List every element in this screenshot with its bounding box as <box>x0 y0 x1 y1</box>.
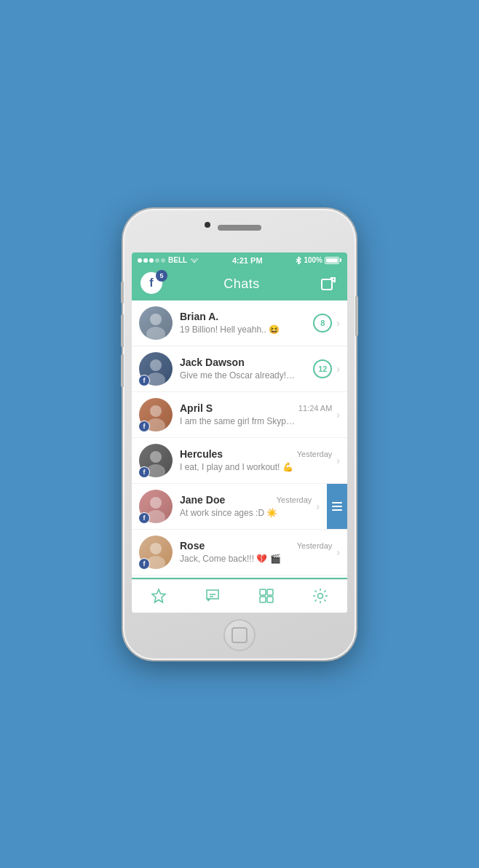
phone-device: BELL 4:21 PM 100% <box>123 209 356 660</box>
chat-name-rose: Rose <box>180 540 205 552</box>
chat-preview-rose: Jack, Come back!!! 💔 🎬 <box>180 554 296 564</box>
signal-dot-1 <box>138 258 142 263</box>
facebook-indicator-hercules: f <box>138 466 150 478</box>
chat-name-april: April S <box>180 402 213 414</box>
power-button <box>355 296 358 336</box>
chat-right-april: › <box>336 409 340 421</box>
svg-point-1 <box>150 314 162 325</box>
volume-down-button <box>121 354 124 387</box>
chevron-april: › <box>336 409 340 421</box>
svg-point-3 <box>150 359 162 371</box>
svg-point-7 <box>150 451 162 463</box>
star-icon <box>151 588 167 604</box>
compose-button[interactable] <box>318 274 339 295</box>
swipe-bar-1 <box>332 506 342 507</box>
battery-pct-label: 100% <box>304 256 322 264</box>
signal-dot-4 <box>155 258 159 263</box>
chevron-brian: › <box>336 317 340 329</box>
chat-preview-hercules: I eat, I play and I workout! 💪 <box>180 462 296 472</box>
chevron-hercules: › <box>336 455 340 466</box>
status-time: 4:21 PM <box>232 256 263 265</box>
chat-item-brian[interactable]: Brian A.19 Billion! Hell yeahh.. 😆8› <box>132 300 347 346</box>
chat-item-jane[interactable]: fJane DoeYesterdayAt work since ages :D … <box>132 484 347 530</box>
chat-item-mark[interactable]: Mark Z.TuesdayWhatsApp expired, bought t… <box>132 576 347 578</box>
chat-right-hercules: › <box>336 455 340 466</box>
home-button[interactable] <box>223 619 256 651</box>
chat-time-jane: Yesterday <box>277 495 312 504</box>
avatar-image-brian <box>139 306 173 340</box>
unread-badge-jack: 12 <box>313 359 332 378</box>
chat-right-jane: › <box>316 501 320 512</box>
chat-header-april: April S11:24 AM <box>180 402 332 414</box>
chevron-rose: › <box>336 546 340 558</box>
settings-icon <box>312 588 328 604</box>
chat-preview-jack: Give me the Oscar already! 😩 <box>180 370 296 381</box>
svg-point-11 <box>150 543 162 554</box>
chat-content-april: April S11:24 AMI am the same girl frm Sk… <box>180 402 332 426</box>
chat-item-jack[interactable]: fJack DawsonGive me the Oscar already! 😩… <box>132 346 347 392</box>
svg-point-5 <box>150 405 162 417</box>
chat-time-april: 11:24 AM <box>298 404 332 413</box>
svg-rect-17 <box>260 589 266 595</box>
svg-point-2 <box>146 327 165 340</box>
chat-header-jack: Jack Dawson <box>180 357 309 368</box>
chat-right-brian: 8› <box>313 314 340 333</box>
svg-rect-20 <box>267 597 273 602</box>
facebook-button[interactable]: f 5 <box>140 272 165 297</box>
compose-icon <box>320 276 336 292</box>
chat-preview-april: I am the same girl frm Skype redesign! <box>180 416 296 426</box>
chat-right-jack: 12› <box>313 359 340 378</box>
tab-favorites[interactable] <box>144 581 173 610</box>
tab-chats[interactable] <box>198 581 227 610</box>
avatar-hercules: f <box>139 444 173 477</box>
chat-item-april[interactable]: fApril S11:24 AMI am the same girl frm S… <box>132 392 347 438</box>
status-bar: BELL 4:21 PM 100% <box>132 252 347 268</box>
facebook-indicator-jack: f <box>138 375 150 386</box>
signal-dot-5 <box>161 258 165 263</box>
facebook-indicator-april: f <box>138 421 150 432</box>
svg-rect-18 <box>267 589 273 595</box>
chat-content-hercules: HerculesYesterdayI eat, I play and I wor… <box>180 448 332 472</box>
unread-badge-brian: 8 <box>313 314 332 333</box>
avatar-brian <box>139 306 173 340</box>
chat-header-jane: Jane DoeYesterday <box>180 494 312 506</box>
avatar-jane: f <box>139 490 173 523</box>
navigation-bar: f 5 Chats <box>132 268 347 300</box>
chevron-jane: › <box>316 501 320 512</box>
phone-screen: BELL 4:21 PM 100% <box>132 252 347 613</box>
chat-right-rose: › <box>336 546 340 558</box>
avatar-jack: f <box>139 352 173 386</box>
mute-button <box>121 282 124 303</box>
chat-item-hercules[interactable]: fHerculesYesterdayI eat, I play and I wo… <box>132 438 347 484</box>
avatar-april: f <box>139 398 173 431</box>
chat-time-rose: Yesterday <box>297 541 333 550</box>
chat-content-brian: Brian A.19 Billion! Hell yeahh.. 😆 <box>180 311 309 335</box>
volume-up-button <box>121 314 124 347</box>
svg-point-21 <box>318 594 323 599</box>
status-right: 100% <box>296 256 341 265</box>
chat-name-jack: Jack Dawson <box>180 357 245 368</box>
chat-content-jane: Jane DoeYesterdayAt work since ages :D ☀… <box>180 494 312 518</box>
status-left: BELL <box>138 256 199 264</box>
swipe-bar-2 <box>332 509 342 511</box>
swipe-action-jane[interactable] <box>327 484 347 529</box>
battery-icon <box>325 257 341 264</box>
svg-point-9 <box>150 497 162 509</box>
tab-groups[interactable] <box>252 581 281 610</box>
chat-content-rose: RoseYesterdayJack, Come back!!! 💔 🎬 <box>180 540 332 564</box>
camera <box>205 222 210 228</box>
facebook-indicator-rose: f <box>138 558 150 570</box>
chat-preview-jane: At work since ages :D ☀️ <box>180 508 296 518</box>
svg-rect-0 <box>322 279 332 290</box>
chat-content-jack: Jack DawsonGive me the Oscar already! 😩 <box>180 357 309 381</box>
chat-item-rose[interactable]: fRoseYesterdayJack, Come back!!! 💔 🎬› <box>132 530 347 576</box>
swipe-bar-0 <box>332 502 342 503</box>
chat-icon <box>205 588 221 604</box>
avatar-rose: f <box>139 535 173 569</box>
speaker <box>218 225 261 231</box>
tab-settings[interactable] <box>306 581 335 610</box>
tab-bar <box>132 579 347 613</box>
facebook-indicator-jane: f <box>138 512 150 524</box>
chat-time-hercules: Yesterday <box>297 450 333 458</box>
chat-list[interactable]: Brian A.19 Billion! Hell yeahh.. 😆8› fJa… <box>132 300 347 578</box>
